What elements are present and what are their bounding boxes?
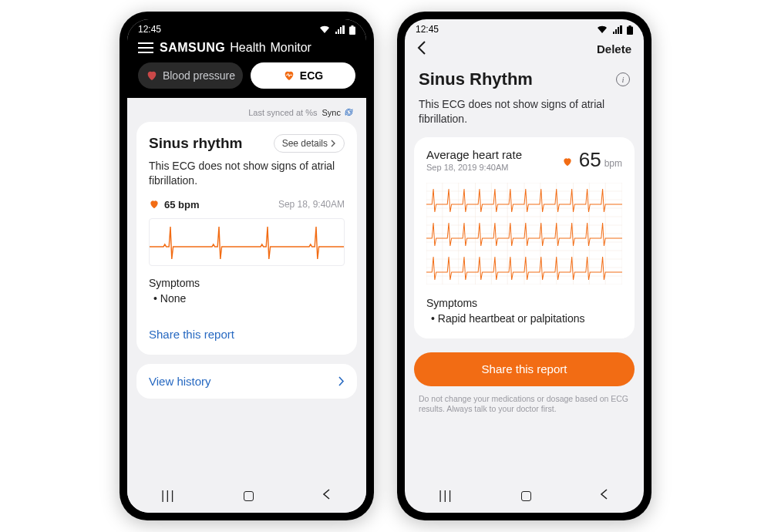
back-button[interactable]	[322, 489, 332, 503]
avg-heart-rate-unit: bpm	[604, 158, 622, 169]
view-history-button[interactable]: View history	[136, 364, 357, 399]
symptoms-label: Symptoms	[426, 297, 622, 309]
svg-rect-0	[349, 26, 355, 35]
avg-value: 65 bpm	[562, 148, 622, 172]
status-icons	[317, 24, 355, 35]
avg-left: Average heart rate Sep 18, 2019 9:40AM	[426, 148, 522, 172]
ecg-summary-card: Sinus rhythm See details This ECG does n…	[136, 122, 357, 355]
status-bar: 12:45	[127, 19, 366, 36]
sync-icon	[344, 107, 354, 117]
recents-button[interactable]: |||	[161, 489, 175, 503]
card-description: This ECG does not show signs of atrial f…	[149, 159, 345, 188]
avg-heart-rate-value: 65	[579, 148, 601, 172]
page-body: Last synced at %s Sync Sinus rhythm See …	[127, 98, 366, 513]
delete-button[interactable]: Delete	[597, 42, 631, 56]
detail-title: Sinus Rhythm	[419, 69, 533, 89]
heart-ecg-icon	[283, 69, 295, 82]
phone-frame-1: 12:45 SAMSUNG Health Monitor	[120, 12, 374, 520]
back-button[interactable]	[417, 41, 426, 57]
tabs: Blood pressure ECG	[127, 62, 366, 98]
card-title: Sinus rhythm	[149, 135, 242, 152]
view-history-label: View history	[149, 375, 211, 388]
ecg-chart	[149, 218, 345, 266]
status-icons	[594, 24, 633, 35]
system-navbar: |||	[127, 479, 366, 513]
heart-rate-value: 65 bpm	[164, 199, 200, 210]
system-navbar: |||	[405, 479, 644, 513]
card-header: Sinus rhythm See details	[149, 134, 345, 153]
detail-header: Sinus Rhythm i This ECG does not show si…	[405, 62, 644, 137]
dark-header: 12:45 SAMSUNG Health Monitor	[127, 19, 366, 98]
back-button[interactable]	[599, 489, 610, 503]
svg-rect-3	[629, 25, 631, 27]
tab-blood-pressure[interactable]: Blood pressure	[138, 62, 243, 89]
menu-icon[interactable]	[138, 42, 153, 53]
phone-frame-2: 12:45 Delete Sinus Rhythm i This ECG doe…	[397, 12, 651, 520]
avg-heart-rate-label: Average heart rate	[426, 148, 522, 161]
detail-title-row: Sinus Rhythm i	[419, 69, 630, 89]
sync-label: Sync	[322, 108, 341, 117]
battery-icon	[627, 25, 633, 35]
ecg-strips	[426, 183, 622, 285]
ecg-strip	[426, 251, 622, 285]
screen: 12:45 SAMSUNG Health Monitor	[127, 19, 366, 513]
app-brand: SAMSUNG	[160, 41, 225, 55]
heart-rate: 65 bpm	[149, 199, 200, 210]
avg-heart-rate-date: Sep 18, 2019 9:40AM	[426, 163, 522, 172]
disclaimer-text: Do not change your medications or dosage…	[419, 394, 630, 415]
screen: 12:45 Delete Sinus Rhythm i This ECG doe…	[405, 19, 644, 513]
symptoms-label: Symptoms	[149, 277, 345, 289]
symptom-item: • Rapid heartbeat or palpitations	[431, 312, 622, 325]
see-details-label: See details	[282, 138, 328, 149]
card-metrics: 65 bpm Sep 18, 9:40AM	[149, 199, 345, 210]
chevron-right-icon	[331, 140, 336, 147]
battery-icon	[349, 25, 355, 35]
ecg-strip	[426, 183, 622, 217]
wifi-icon	[319, 25, 330, 34]
share-report-link[interactable]: Share this report	[149, 328, 345, 341]
sync-button[interactable]: Sync	[322, 107, 354, 117]
svg-rect-2	[627, 26, 633, 35]
last-synced-label: Last synced at %s	[248, 108, 317, 117]
status-time: 12:45	[138, 24, 161, 35]
detail-card: Average heart rate Sep 18, 2019 9:40AM 6…	[414, 137, 635, 338]
chevron-right-icon	[338, 376, 345, 386]
heart-pressure-icon	[146, 69, 158, 82]
heart-icon	[149, 199, 160, 210]
svg-rect-1	[352, 25, 354, 27]
tab-ecg[interactable]: ECG	[251, 62, 355, 89]
signal-icon	[613, 25, 622, 34]
avg-row: Average heart rate Sep 18, 2019 9:40AM 6…	[426, 148, 622, 172]
wifi-icon	[597, 25, 608, 34]
share-report-label: Share this report	[482, 362, 567, 375]
heart-icon	[562, 156, 576, 170]
tab-ecg-label: ECG	[300, 69, 323, 82]
sync-row: Last synced at %s Sync	[136, 107, 354, 117]
app-title: SAMSUNG Health Monitor	[160, 41, 311, 55]
app-sub: Health	[230, 41, 265, 55]
ecg-strip	[426, 217, 622, 251]
home-button[interactable]	[244, 491, 254, 501]
signal-icon	[335, 25, 345, 34]
detail-description: This ECG does not show signs of atrial f…	[419, 97, 630, 126]
title-bar: SAMSUNG Health Monitor	[127, 36, 366, 62]
status-bar: 12:45	[405, 19, 644, 36]
see-details-button[interactable]: See details	[274, 134, 345, 153]
card-timestamp: Sep 18, 9:40AM	[278, 199, 345, 210]
home-button[interactable]	[521, 491, 531, 501]
recents-button[interactable]: |||	[439, 489, 453, 503]
app-sub2: Monitor	[271, 41, 311, 55]
share-report-button[interactable]: Share this report	[414, 352, 635, 386]
info-icon[interactable]: i	[616, 72, 630, 86]
top-bar: Delete	[405, 36, 644, 62]
tab-bp-label: Blood pressure	[163, 69, 235, 82]
status-time: 12:45	[416, 24, 439, 35]
symptom-item: • None	[153, 292, 345, 305]
